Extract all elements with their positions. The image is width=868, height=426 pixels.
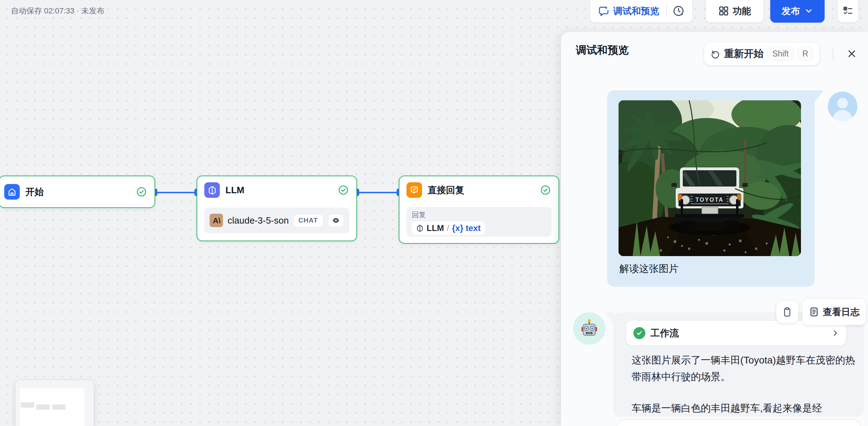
restart-button[interactable]: 重新开始 Shift R (704, 42, 820, 65)
user-message-text: 解读这张图片 (619, 262, 679, 276)
debug-preview-button[interactable]: 调试和预览 (590, 0, 666, 22)
answer-field: 回复 LLM / {x} text (406, 207, 551, 237)
workflow-status-label: 工作流 (650, 327, 826, 339)
close-panel-button[interactable] (844, 46, 860, 61)
version-history-button[interactable] (667, 0, 690, 22)
chevron-down-icon (804, 6, 813, 16)
variable-separator: / (447, 223, 449, 233)
brain-icon-small (416, 224, 424, 232)
features-button[interactable]: 功能 (706, 0, 764, 23)
reply-check-icon (406, 182, 422, 198)
user-message-bubble: TOYOTA (607, 90, 815, 287)
toolbar-debug-group: 调试和预览 (590, 0, 692, 23)
node-start[interactable]: 开始 (0, 176, 155, 208)
chat-input[interactable] (617, 420, 861, 426)
variable-node-name: LLM (427, 223, 444, 233)
clipboard-icon (782, 307, 792, 317)
bot-response-paragraph: 车辆是一辆白色的丰田越野车,看起来像是经 (632, 400, 859, 416)
view-logs-label: 查看日志 (823, 306, 860, 318)
node-title: 开始 (25, 186, 136, 198)
bot-response-paragraph: 这张图片展示了一辆丰田(Toyota)越野车在茂密的热带雨林中行驶的场景。 (632, 352, 859, 385)
model-selector[interactable]: A\ claude-3-5-son... CHAT (204, 208, 349, 233)
features-label: 功能 (733, 5, 751, 17)
kbd-r: R (797, 47, 813, 61)
success-check-icon (338, 185, 349, 195)
publish-label: 发布 (782, 5, 800, 17)
node-title: LLM (225, 185, 338, 196)
blocks-grid-icon (718, 6, 729, 16)
history-clock-icon (673, 5, 685, 17)
success-check-icon (136, 187, 147, 197)
home-icon (4, 184, 20, 200)
edge-llm-answer[interactable] (357, 192, 399, 193)
kbd-shift: Shift (767, 47, 794, 61)
variable-chip[interactable]: LLM / {x} text (412, 221, 485, 235)
success-check-icon (540, 185, 551, 195)
bubble-tail (605, 312, 614, 325)
publish-button[interactable]: 发布 (770, 0, 825, 23)
node-direct-answer[interactable]: 直接回复 回复 LLM / {x} text (399, 176, 559, 244)
autosave-status: 自动保存 02:07:33 · 未发布 (11, 6, 104, 16)
svg-text:A\: A\ (213, 216, 221, 225)
bubble-tail (814, 90, 824, 103)
bot-response-text: 这张图片展示了一辆丰田(Toyota)越野车在茂密的热带雨林中行驶的场景。 车辆… (632, 352, 859, 416)
minimap[interactable] (16, 380, 94, 426)
vision-badge (328, 214, 344, 227)
user-avatar (828, 91, 857, 121)
robot-icon (578, 317, 601, 340)
checklist-icon (842, 5, 854, 17)
chat-mode-badge: CHAT (293, 214, 323, 227)
debug-preview-panel: 调试和预览 重新开始 Shift R (561, 32, 868, 426)
chat-refresh-icon (598, 5, 609, 17)
restart-icon (710, 49, 720, 59)
bot-message-bubble: 工作流 这张图片展示了一辆丰田(Toyota)越野车在茂密的热带雨林中行驶的场景… (613, 312, 864, 417)
copy-button[interactable] (776, 301, 798, 323)
panel-title: 调试和预览 (576, 43, 629, 58)
edge-start-llm[interactable] (155, 192, 197, 193)
minimap-viewport[interactable] (20, 388, 84, 426)
header-divider (833, 48, 833, 61)
answer-field-label: 回复 (412, 210, 546, 220)
checklist-button[interactable] (838, 0, 858, 23)
photo-grille-text: TOYOTA (695, 197, 724, 203)
minimap-node (52, 404, 66, 410)
chevron-right-icon (831, 329, 839, 337)
node-llm[interactable]: LLM A\ claude-3-5-son... CHAT (197, 176, 357, 241)
debug-preview-label: 调试和预览 (613, 5, 659, 17)
brain-icon (204, 182, 220, 198)
minimap-node (36, 404, 50, 410)
success-check-icon (633, 327, 645, 339)
close-icon (846, 48, 857, 59)
node-title: 直接回复 (428, 184, 540, 196)
restart-label: 重新开始 (724, 47, 764, 60)
anthropic-model-icon: A\ (210, 214, 223, 227)
view-logs-button[interactable]: 查看日志 (802, 299, 866, 325)
model-name: claude-3-5-son... (228, 215, 289, 226)
bot-avatar (573, 312, 605, 345)
variable-reference: {x} text (452, 223, 481, 233)
user-uploaded-image[interactable]: TOYOTA (619, 100, 801, 256)
minimap-node (21, 402, 34, 408)
log-document-icon (809, 307, 819, 317)
